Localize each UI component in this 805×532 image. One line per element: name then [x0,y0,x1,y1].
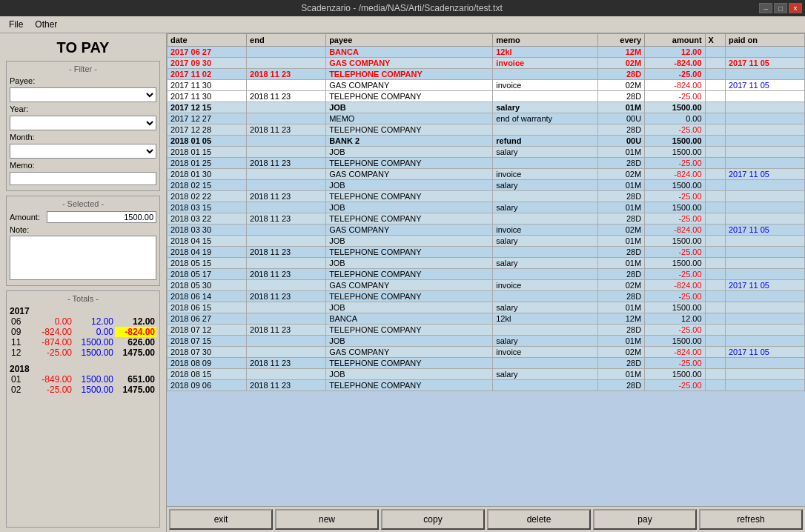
table-row[interactable]: 2017 11 30GAS COMPANYinvoice02M-824.0020… [168,80,805,91]
cell-every: 01M [598,236,645,247]
table-row[interactable]: 2018 08 15JOBsalary01M1500.00 [168,369,805,380]
cell-paid-on [725,358,804,369]
cell-date: 2018 07 30 [168,347,247,358]
cell-date: 2018 03 15 [168,202,247,213]
cell-end [247,347,326,358]
col-memo[interactable]: memo [493,34,598,47]
col-end[interactable]: end [247,34,326,47]
totals-row-2017-11: 11 -874.00 1500.00 626.00 [10,337,156,348]
table-row[interactable]: 2018 01 30GAS COMPANYinvoice02M-824.0020… [168,169,805,180]
col-x[interactable]: X [705,34,725,47]
table-row[interactable]: 2018 05 172018 11 23TELEPHONE COMPANY28D… [168,269,805,280]
cell-every: 28D [598,213,645,225]
table-row[interactable]: 2017 06 27BANCA12kl12M12.00 [168,47,805,58]
memo-input[interactable] [10,172,156,185]
col-amount[interactable]: amount [645,34,705,47]
table-row[interactable]: 2017 12 27MEMOend of warranty00U0.00 [168,113,805,124]
cell-x [705,69,725,80]
table-row[interactable]: 2018 01 05BANK 2refund00U1500.00 [168,136,805,147]
cell-x [705,302,725,313]
table-row[interactable]: 2017 11 302018 11 23TELEPHONE COMPANY28D… [168,91,805,102]
cell-x [705,113,725,124]
cell-end [247,369,326,380]
totals-row-2017-09: 09 -824.00 0.00 -824.00 [10,327,156,337]
cell-end [247,80,326,91]
year-2017-label: 2017 [10,306,156,316]
table-row[interactable]: 2017 11 022018 11 23TELEPHONE COMPANY28D… [168,69,805,80]
table-row[interactable]: 2018 04 192018 11 23TELEPHONE COMPANY28D… [168,247,805,258]
cell-memo: salary [493,147,598,158]
cell-amount: -824.00 [645,347,705,358]
cell-memo [493,247,598,258]
table-row[interactable]: 2018 06 27BANCA12kl12M12.00 [168,313,805,325]
main-content: TO PAY - Filter - Payee: Year: Month: [0,33,805,532]
cell-every: 01M [598,202,645,213]
col-every[interactable]: every [598,34,645,47]
copy-button[interactable]: copy [381,509,485,530]
col-paid-on[interactable]: paid on [725,34,804,47]
cell-x [705,136,725,147]
table-row[interactable]: 2018 01 15JOBsalary01M1500.00 [168,147,805,158]
year-select[interactable] [10,116,156,130]
new-button[interactable]: new [275,509,379,530]
cell-every: 01M [598,369,645,380]
table-row[interactable]: 2018 09 062018 11 23TELEPHONE COMPANY28D… [168,380,805,391]
cell-payee: TELEPHONE COMPANY [326,191,493,202]
cell-memo: salary [493,302,598,313]
amount-label: Amount: [10,213,47,222]
cell-amount: -25.00 [645,247,705,258]
cell-every: 00U [598,113,645,124]
table-row[interactable]: 2017 12 282018 11 23TELEPHONE COMPANY28D… [168,124,805,136]
cell-payee: JOB [326,102,493,113]
col-date[interactable]: date [168,34,247,47]
month-select[interactable] [10,144,156,159]
cell-x [705,269,725,280]
refresh-button[interactable]: refresh [699,509,803,530]
cell-paid-on [725,247,804,258]
cell-end [247,202,326,213]
table-row[interactable]: 2018 07 30GAS COMPANYinvoice02M-824.0020… [168,347,805,358]
cell-paid-on: 2017 11 05 [725,169,804,180]
cell-amount: 12.00 [645,47,705,58]
table-row[interactable]: 2018 05 30GAS COMPANYinvoice02M-824.0020… [168,280,805,291]
cell-amount: 1500.00 [645,147,705,158]
table-row[interactable]: 2018 03 15JOBsalary01M1500.00 [168,202,805,213]
maximize-button[interactable]: □ [774,3,787,13]
table-row[interactable]: 2018 06 142018 11 23TELEPHONE COMPANY28D… [168,291,805,302]
cell-date: 2018 06 15 [168,302,247,313]
totals-title: - Totals - [10,294,156,303]
exit-button[interactable]: exit [169,509,273,530]
cell-x [705,213,725,225]
cell-memo [493,380,598,391]
note-textarea[interactable] [10,236,156,280]
table-row[interactable]: 2018 02 222018 11 23TELEPHONE COMPANY28D… [168,191,805,202]
table-container[interactable]: date end payee memo every amount X paid … [167,33,805,506]
cell-paid-on [725,102,804,113]
note-label: Note: [10,225,156,234]
table-row[interactable]: 2018 03 222018 11 23TELEPHONE COMPANY28D… [168,213,805,225]
cell-paid-on: 2017 11 05 [725,347,804,358]
table-row[interactable]: 2018 02 15JOBsalary01M1500.00 [168,180,805,191]
table-row[interactable]: 2018 07 15JOBsalary01M1500.00 [168,336,805,347]
table-row[interactable]: 2018 07 122018 11 23TELEPHONE COMPANY28D… [168,325,805,336]
table-row[interactable]: 2018 04 15JOBsalary01M1500.00 [168,236,805,247]
col-payee[interactable]: payee [326,34,493,47]
to-pay-header: TO PAY [0,33,166,61]
table-row[interactable]: 2017 09 30GAS COMPANYinvoice02M-824.0020… [168,58,805,69]
cell-every: 28D [598,247,645,258]
payee-select[interactable] [10,87,156,102]
table-row[interactable]: 2018 08 092018 11 23TELEPHONE COMPANY28D… [168,358,805,369]
minimize-button[interactable]: – [759,3,772,13]
cell-memo [493,91,598,102]
close-button[interactable]: × [789,3,802,13]
delete-button[interactable]: delete [487,509,591,530]
cell-payee: TELEPHONE COMPANY [326,213,493,225]
table-row[interactable]: 2018 06 15JOBsalary01M1500.00 [168,302,805,313]
menu-file[interactable]: File [3,18,29,31]
table-row[interactable]: 2017 12 15JOBsalary01M1500.00 [168,102,805,113]
menu-other[interactable]: Other [29,18,63,31]
table-row[interactable]: 2018 01 252018 11 23TELEPHONE COMPANY28D… [168,158,805,169]
pay-button[interactable]: pay [593,509,697,530]
table-row[interactable]: 2018 03 30GAS COMPANYinvoice02M-824.0020… [168,225,805,236]
table-row[interactable]: 2018 05 15JOBsalary01M1500.00 [168,258,805,269]
